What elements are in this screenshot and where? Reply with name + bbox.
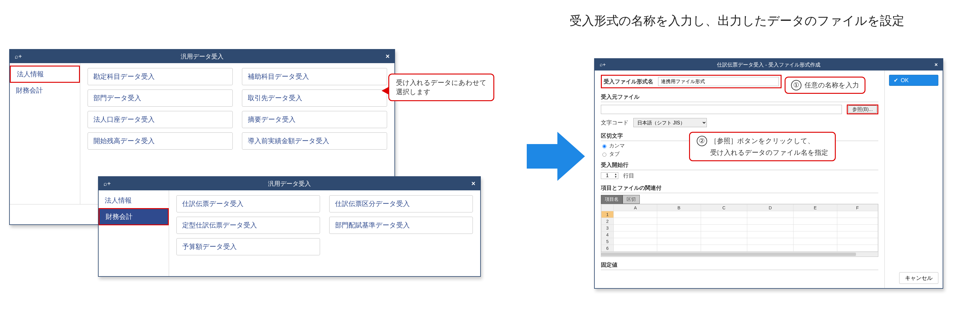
startrow-spinner[interactable]: ▲▼ xyxy=(601,172,618,179)
mapping-header: 項目とファイルの関連付 xyxy=(601,183,878,193)
callout-select: 受け入れるデータにあわせて 選択します xyxy=(388,74,494,101)
titlebar: ⌕+ 汎用データ受入 × xyxy=(10,50,395,63)
import-item[interactable]: 部門データ受入 xyxy=(88,90,233,107)
startrow-input[interactable] xyxy=(601,173,613,179)
check-icon: ✔ xyxy=(894,77,898,84)
delimiter-comma-radio[interactable] xyxy=(602,144,606,148)
startrow-suffix: 行目 xyxy=(623,172,634,179)
import-item[interactable]: 定型仕訳伝票データ受入 xyxy=(177,217,320,234)
import-item[interactable]: 摘要データ受入 xyxy=(242,111,387,128)
step-number: ① xyxy=(791,80,802,90)
cancel-button[interactable]: キャンセル xyxy=(899,272,939,284)
callout-text: 受け入れるデータのファイル名を指定 xyxy=(710,148,828,157)
sidebar: 法人情報 財務会計 xyxy=(10,63,80,204)
format-name-input[interactable] xyxy=(658,77,779,86)
import-item[interactable]: 予算額データ受入 xyxy=(177,238,320,255)
close-icon[interactable]: × xyxy=(385,53,390,61)
ok-button[interactable]: ✔ OK xyxy=(889,75,939,86)
close-icon[interactable]: × xyxy=(471,179,475,187)
window-title: 汎用データ受入 xyxy=(15,53,390,61)
delimiter-comma-label: カンマ xyxy=(609,142,625,149)
callout-text: ［参照］ボタンをクリックして、 xyxy=(710,137,814,145)
sidebar-item-finance[interactable]: 財務会計 xyxy=(99,208,169,225)
titlebar: ⌕+ 汎用データ受入 × xyxy=(99,177,480,190)
window-format-create: ⌕+ 仕訳伝票データ受入 - 受入ファイル形式作成 × 受入ファイル形式名 受入… xyxy=(594,58,943,289)
delimiter-tab-label: タブ xyxy=(609,150,620,158)
window-generic-import-2: ⌕+ 汎用データ受入 × 法人情報 財務会計 仕訳伝票データ受入 仕訳伝票区分デ… xyxy=(98,176,481,277)
import-item[interactable]: 勘定科目データ受入 xyxy=(88,68,233,85)
import-item[interactable]: 法人口座データ受入 xyxy=(88,111,233,128)
search-icon[interactable]: ⌕+ xyxy=(600,62,606,68)
horizontal-scrollbar[interactable] xyxy=(601,252,878,256)
search-icon[interactable]: ⌕+ xyxy=(15,53,22,60)
arrow-icon xyxy=(527,132,585,181)
page-instruction: 受入形式の名称を入力し、出力したデータのファイルを設定 xyxy=(570,12,904,29)
browse-button[interactable]: 参照(B)... xyxy=(848,106,877,113)
row-header[interactable]: 1 xyxy=(601,211,614,218)
row-header[interactable]: 2 xyxy=(601,218,614,225)
close-icon[interactable]: × xyxy=(934,62,938,68)
sidebar-item-corporate[interactable]: 法人情報 xyxy=(99,193,169,208)
row-header[interactable]: 5 xyxy=(601,238,614,245)
col-header[interactable]: A xyxy=(614,205,657,211)
col-header[interactable]: D xyxy=(747,205,793,211)
col-header[interactable]: F xyxy=(837,205,878,211)
import-item[interactable]: 補助科目データ受入 xyxy=(242,68,387,85)
import-item[interactable]: 開始残高データ受入 xyxy=(88,133,233,150)
sidebar-item-corporate[interactable]: 法人情報 xyxy=(10,66,80,83)
startrow-header: 受入開始行 xyxy=(601,160,878,170)
import-item[interactable]: 取引先データ受入 xyxy=(242,90,387,107)
col-header[interactable]: B xyxy=(657,205,701,211)
fixed-value-header: 固定値 xyxy=(601,260,878,270)
import-item[interactable]: 部門配賦基準データ受入 xyxy=(329,217,473,234)
ok-label: OK xyxy=(901,77,908,84)
row-header[interactable]: 6 xyxy=(601,245,614,252)
sidebar-item-finance[interactable]: 財務会計 xyxy=(10,83,80,98)
search-icon[interactable]: ⌕+ xyxy=(103,180,111,187)
delimiter-tab-radio[interactable] xyxy=(602,153,606,157)
col-header[interactable]: E xyxy=(794,205,837,211)
import-item[interactable]: 導入前実績金額データ受入 xyxy=(242,133,387,150)
sidebar: 法人情報 財務会計 xyxy=(99,190,169,276)
step-number: ② xyxy=(697,136,707,146)
source-file-input[interactable] xyxy=(601,105,842,114)
callout-step1: ①任意の名称を入力 xyxy=(784,77,865,94)
col-header[interactable]: C xyxy=(701,205,747,211)
spinner-down-icon[interactable]: ▼ xyxy=(613,176,618,178)
tab-delimiter[interactable]: 区切 xyxy=(623,195,640,204)
callout-text: 任意の名称を入力 xyxy=(805,81,859,89)
row-header[interactable]: 3 xyxy=(601,225,614,231)
titlebar: ⌕+ 仕訳伝票データ受入 - 受入ファイル形式作成 × xyxy=(595,59,943,70)
tab-field-name[interactable]: 項目名 xyxy=(601,195,623,204)
import-item[interactable]: 仕訳伝票区分データ受入 xyxy=(329,195,473,213)
window-title: 汎用データ受入 xyxy=(103,179,475,188)
callout-step2: ②［参照］ボタンをクリックして、 受け入れるデータのファイル名を指定 xyxy=(689,132,836,161)
import-item[interactable]: 仕訳伝票データ受入 xyxy=(177,195,320,213)
row-header[interactable]: 4 xyxy=(601,231,614,238)
encoding-select[interactable]: 日本語（シフト JIS） xyxy=(633,118,707,127)
window-title: 仕訳伝票データ受入 - 受入ファイル形式作成 xyxy=(600,61,938,68)
mapping-sheet[interactable]: A B C D E F 1 2 3 4 5 6 xyxy=(601,204,878,257)
format-name-label: 受入ファイル形式名 xyxy=(604,78,653,85)
encoding-label: 文字コード xyxy=(601,119,628,126)
